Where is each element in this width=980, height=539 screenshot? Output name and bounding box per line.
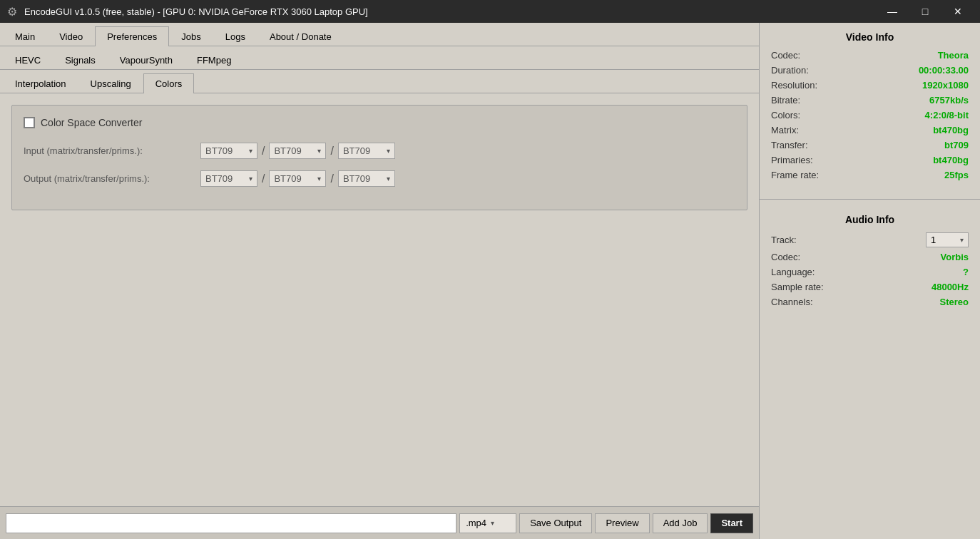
input-prims-chevron-icon: ▾ xyxy=(387,147,390,155)
input-matrix-dropdown[interactable]: BT709 ▾ xyxy=(200,143,257,159)
app-icon: ⚙ xyxy=(6,5,19,18)
audio-codec-row: Codec: Vorbis xyxy=(771,252,969,262)
close-button[interactable]: ✕ xyxy=(941,0,974,23)
save-output-button[interactable]: Save Output xyxy=(519,513,592,533)
main-content: Main Video Preferences Jobs Logs About /… xyxy=(0,23,980,539)
video-codec-row: Codec: Theora xyxy=(771,50,969,61)
audio-codec-value: Vorbis xyxy=(941,252,969,262)
audio-track-select[interactable]: 1 ▾ xyxy=(926,232,969,247)
content-area: Color Space Converter Input (matrix/tran… xyxy=(0,93,759,506)
color-space-converter-row: Color Space Converter xyxy=(24,117,735,128)
video-colors-row: Colors: 4:2:0/8-bit xyxy=(771,110,969,120)
audio-info-section: Audio Info Track: 1 ▾ Codec: Vorbis Lang… xyxy=(760,205,980,320)
input-row: Input (matrix/transfer/prims.): BT709 ▾ … xyxy=(24,143,735,159)
nav-about[interactable]: About / Donate xyxy=(257,26,344,46)
video-bitrate-row: Bitrate: 6757kb/s xyxy=(771,95,969,106)
top-nav: Main Video Preferences Jobs Logs About /… xyxy=(0,23,759,46)
info-divider xyxy=(760,199,980,200)
video-transfer-value: bt709 xyxy=(944,140,969,150)
add-job-button[interactable]: Add Job xyxy=(653,513,708,533)
nav-jobs[interactable]: Jobs xyxy=(169,26,213,46)
tab-ffmpeg[interactable]: FFMpeg xyxy=(185,50,243,70)
video-info-section: Video Info Codec: Theora Duration: 00:00… xyxy=(760,23,980,193)
video-matrix-key: Matrix: xyxy=(771,125,799,135)
output-sep2: / xyxy=(329,173,335,185)
video-colors-value: 4:2:0/8-bit xyxy=(925,110,969,120)
nav-main[interactable]: Main xyxy=(3,26,47,46)
output-path-input[interactable] xyxy=(6,513,456,533)
tab-upscaling[interactable]: Upscaling xyxy=(78,73,143,93)
restore-button[interactable]: □ xyxy=(909,0,941,23)
input-dropdowns: BT709 ▾ / BT709 ▾ / BT709 ▾ xyxy=(200,143,395,159)
bottom-bar: .mp4 ▾ Save Output Preview Add Job Start xyxy=(0,506,759,539)
audio-info-title: Audio Info xyxy=(771,214,969,225)
input-prims-dropdown[interactable]: BT709 ▾ xyxy=(338,143,395,159)
sub-nav-2: Interpolation Upscaling Colors xyxy=(0,70,759,93)
audio-codec-key: Codec: xyxy=(771,252,800,262)
nav-video[interactable]: Video xyxy=(47,26,95,46)
start-button[interactable]: Start xyxy=(710,513,753,533)
nav-preferences[interactable]: Preferences xyxy=(95,26,169,46)
video-matrix-value: bt470bg xyxy=(933,125,969,135)
video-transfer-key: Transfer: xyxy=(771,140,808,150)
left-panel: Main Video Preferences Jobs Logs About /… xyxy=(0,23,759,539)
audio-language-row: Language: ? xyxy=(771,267,969,277)
nav-logs[interactable]: Logs xyxy=(213,26,257,46)
title-bar-text: EncodeGUI v1.0.5 (free, stable) - [GPU 0… xyxy=(24,6,876,17)
window-controls: — □ ✕ xyxy=(876,0,974,23)
output-dropdowns: BT709 ▾ / BT709 ▾ / BT709 ▾ xyxy=(200,170,395,187)
video-primaries-key: Primaries: xyxy=(771,155,813,165)
tab-colors[interactable]: Colors xyxy=(143,73,195,93)
audio-track-key: Track: xyxy=(771,235,797,245)
tab-interpolation[interactable]: Interpolation xyxy=(3,73,78,93)
input-sep1: / xyxy=(260,145,266,158)
video-resolution-row: Resolution: 1920x1080 xyxy=(771,80,969,91)
output-transfer-chevron-icon: ▾ xyxy=(317,175,321,183)
video-transfer-row: Transfer: bt709 xyxy=(771,140,969,150)
output-prims-chevron-icon: ▾ xyxy=(387,175,390,183)
format-chevron-icon: ▾ xyxy=(491,519,494,527)
input-label: Input (matrix/transfer/prims.): xyxy=(24,145,195,156)
audio-samplerate-row: Sample rate: 48000Hz xyxy=(771,282,969,292)
input-matrix-chevron-icon: ▾ xyxy=(249,147,252,155)
output-label: Output (matrix/transfer/prims.): xyxy=(24,173,195,184)
input-transfer-chevron-icon: ▾ xyxy=(317,147,321,155)
video-info-title: Video Info xyxy=(771,31,969,43)
video-duration-key: Duration: xyxy=(771,65,809,76)
output-prims-dropdown[interactable]: BT709 ▾ xyxy=(338,170,395,187)
audio-channels-value: Stereo xyxy=(940,297,969,307)
minimize-button[interactable]: — xyxy=(876,0,909,23)
tab-vapoursynth[interactable]: VapourSynth xyxy=(108,50,185,70)
color-card: Color Space Converter Input (matrix/tran… xyxy=(11,105,747,210)
tab-signals[interactable]: Signals xyxy=(53,50,108,70)
sub-nav-1: HEVC Signals VapourSynth FFMpeg xyxy=(0,46,759,70)
video-primaries-value: bt470bg xyxy=(933,155,969,165)
video-duration-value: 00:00:33.00 xyxy=(919,65,969,76)
video-codec-value: Theora xyxy=(938,50,969,61)
video-bitrate-value: 6757kb/s xyxy=(929,95,969,106)
video-matrix-row: Matrix: bt470bg xyxy=(771,125,969,135)
output-sep1: / xyxy=(260,173,266,185)
audio-channels-key: Channels: xyxy=(771,297,813,307)
video-codec-key: Codec: xyxy=(771,50,800,61)
audio-language-key: Language: xyxy=(771,267,815,277)
audio-samplerate-key: Sample rate: xyxy=(771,282,824,292)
color-space-converter-label: Color Space Converter xyxy=(41,117,142,128)
video-framerate-row: Frame rate: 25fps xyxy=(771,170,969,180)
video-duration-row: Duration: 00:00:33.00 xyxy=(771,65,969,76)
color-space-converter-checkbox[interactable] xyxy=(24,117,35,128)
output-transfer-dropdown[interactable]: BT709 ▾ xyxy=(269,170,326,187)
output-matrix-dropdown[interactable]: BT709 ▾ xyxy=(200,170,257,187)
preview-button[interactable]: Preview xyxy=(595,513,649,533)
title-bar: ⚙ EncodeGUI v1.0.5 (free, stable) - [GPU… xyxy=(0,0,980,23)
video-bitrate-key: Bitrate: xyxy=(771,95,800,106)
audio-track-chevron-icon: ▾ xyxy=(960,236,964,244)
audio-track-value: 1 xyxy=(931,235,936,245)
audio-track-row: Track: 1 ▾ xyxy=(771,232,969,247)
right-panel: Video Info Codec: Theora Duration: 00:00… xyxy=(759,23,980,539)
input-transfer-dropdown[interactable]: BT709 ▾ xyxy=(269,143,326,159)
video-resolution-key: Resolution: xyxy=(771,80,817,91)
tab-hevc[interactable]: HEVC xyxy=(3,50,53,70)
format-dropdown[interactable]: .mp4 ▾ xyxy=(459,513,516,533)
audio-channels-row: Channels: Stereo xyxy=(771,297,969,307)
